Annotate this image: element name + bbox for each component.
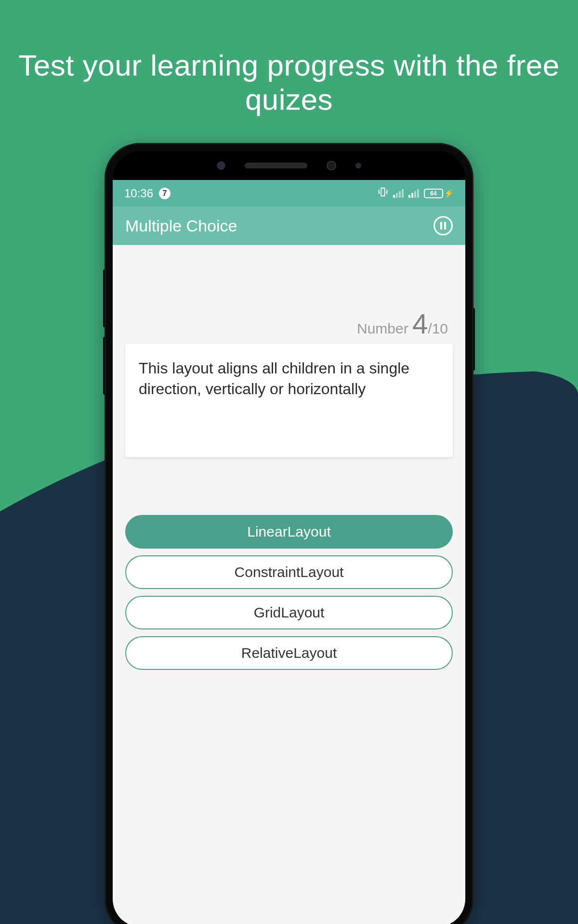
vibrate-icon (378, 187, 388, 200)
options-list: LinearLayout ConstraintLayout GridLayout… (125, 515, 453, 670)
status-bar: 10:36 7 (113, 180, 465, 206)
battery-icon: 64 ⚡ (424, 189, 454, 198)
page-title: Multiple Choice (125, 217, 237, 235)
status-time: 10:36 (124, 187, 153, 200)
option-linearlayout[interactable]: LinearLayout (125, 515, 453, 549)
question-progress: Number 4/10 (125, 308, 453, 340)
pause-button[interactable] (434, 216, 453, 235)
phone-mockup: 10:36 7 (106, 144, 472, 924)
phone-notch (113, 151, 465, 180)
question-text: This layout aligns all children in a sin… (139, 358, 439, 399)
notification-badge: 7 (159, 188, 171, 199)
signal-icon (393, 189, 404, 198)
phone-screen: 10:36 7 (113, 180, 465, 924)
marketing-headline: Test your learning progress with the fre… (0, 48, 578, 117)
app-bar: Multiple Choice (113, 206, 465, 245)
option-gridlayout[interactable]: GridLayout (125, 596, 453, 629)
question-card: This layout aligns all children in a sin… (125, 344, 453, 457)
option-constraintlayout[interactable]: ConstraintLayout (125, 555, 453, 589)
option-relativelayout[interactable]: RelativeLayout (125, 636, 453, 670)
signal-icon-2 (408, 189, 419, 198)
